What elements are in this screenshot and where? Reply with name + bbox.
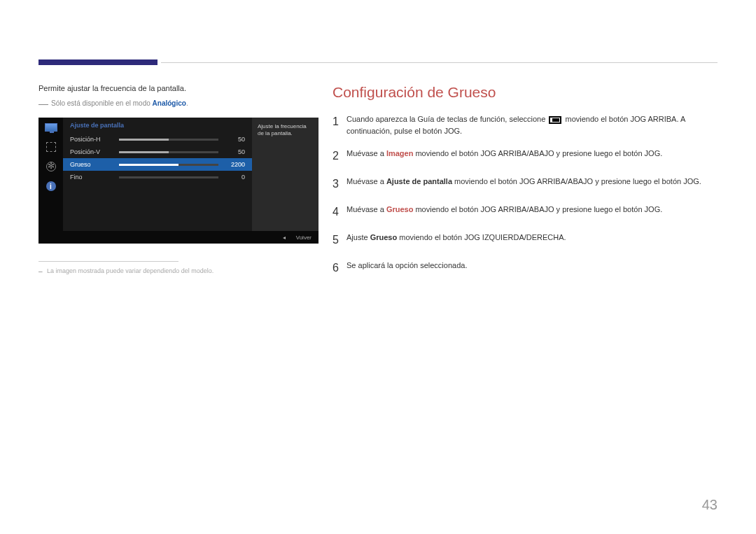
section-title: Configuración de Grueso	[332, 84, 718, 101]
osd-row-grueso: Grueso 2200	[63, 158, 252, 171]
step-4: 4 Muévase a Grueso moviendo el botón JOG…	[332, 204, 718, 220]
back-arrow-icon: ◂	[283, 234, 286, 241]
step-list: 1 Cuando aparezca la Guía de teclas de f…	[332, 113, 718, 276]
page-number: 43	[702, 497, 718, 513]
availability-note: ―Sólo está disponible en el modo Analógi…	[38, 98, 318, 109]
intro-text: Permite ajustar la frecuencia de la pant…	[38, 84, 318, 92]
osd-row-posicion-v: Posición-V 50	[63, 146, 252, 158]
gear-icon	[38, 157, 63, 176]
header-accent	[38, 59, 158, 65]
osd-footer: ◂ Volver	[63, 231, 318, 244]
monitor-icon	[38, 118, 63, 137]
menu-icon	[549, 116, 561, 124]
expand-icon	[38, 137, 63, 157]
mode-highlight: Analógico	[153, 99, 186, 107]
info-icon: i	[38, 176, 63, 196]
note-divider	[38, 261, 178, 262]
osd-header: Ajuste de pantalla	[63, 118, 252, 133]
step-1: 1 Cuando aparezca la Guía de teclas de f…	[332, 113, 718, 136]
step-2: 2 Muévase a Imagen moviendo el botón JOG…	[332, 148, 718, 164]
osd-description: Ajuste la frecuencia de la pantalla.	[252, 118, 318, 244]
header-line	[161, 62, 718, 63]
step-5: 5 Ajuste Grueso moviendo el botón JOG IZ…	[332, 232, 718, 248]
step-3: 3 Muévase a Ajuste de pantalla moviendo …	[332, 176, 718, 192]
osd-row-fino: Fino 0	[63, 171, 252, 183]
osd-screenshot: i Ajuste de pantalla Posición-H 50 Posic…	[38, 118, 318, 244]
osd-sidebar: i	[38, 118, 63, 244]
osd-row-posicion-h: Posición-H 50	[63, 133, 252, 146]
image-disclaimer: – La imagen mostrada puede variar depend…	[38, 267, 318, 275]
step-6: 6 Se aplicará la opción seleccionada.	[332, 260, 718, 276]
